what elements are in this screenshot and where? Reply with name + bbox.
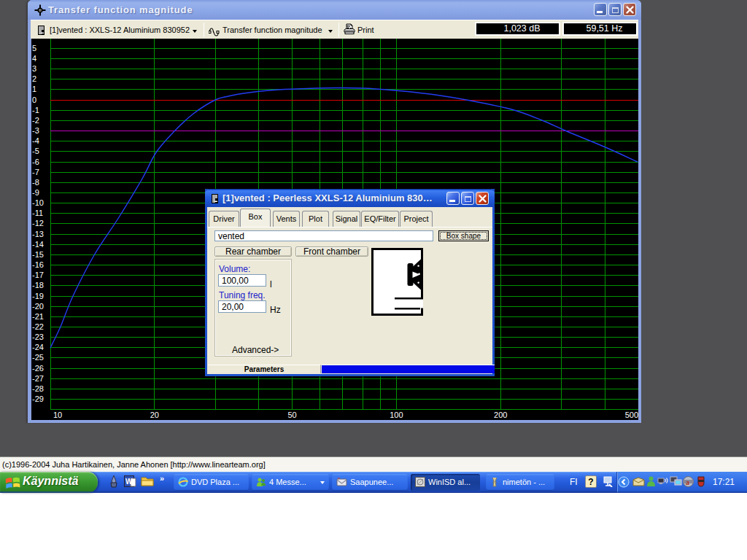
svg-text:-11: -11 [32, 209, 43, 217]
svg-text:2: 2 [32, 74, 36, 83]
svg-text:-12: -12 [32, 219, 44, 228]
svg-text:-13: -13 [32, 230, 44, 238]
svg-text:10: 10 [53, 411, 62, 419]
svg-text:-25: -25 [32, 353, 44, 362]
svg-text:-29: -29 [32, 394, 44, 403]
svg-text:500: 500 [625, 411, 638, 419]
svg-text:-9: -9 [32, 188, 39, 197]
svg-text:-15: -15 [32, 250, 44, 259]
svg-text:-4: -4 [32, 136, 39, 145]
svg-text:-14: -14 [32, 240, 44, 249]
svg-text:-27: -27 [32, 374, 44, 383]
svg-text:3: 3 [32, 64, 36, 73]
svg-text:a: a [686, 478, 689, 486]
svg-text:-24: -24 [32, 343, 44, 351]
svg-text:50: 50 [287, 411, 296, 419]
svg-text:-26: -26 [32, 364, 44, 373]
svg-text:-6: -6 [32, 158, 39, 166]
svg-text:-28: -28 [32, 384, 44, 393]
svg-text:-8: -8 [32, 178, 39, 187]
svg-text:5: 5 [32, 44, 36, 52]
svg-text:0: 0 [32, 96, 36, 104]
svg-text:4: 4 [32, 54, 36, 63]
svg-text:W: W [125, 478, 133, 486]
svg-text:-5: -5 [32, 147, 39, 155]
svg-text:-17: -17 [32, 271, 44, 279]
svg-text:20: 20 [150, 411, 159, 419]
svg-text:-22: -22 [32, 322, 44, 331]
svg-text:-2: -2 [32, 116, 39, 125]
svg-text:-21: -21 [32, 312, 44, 321]
svg-text:-23: -23 [32, 332, 44, 341]
svg-text:-18: -18 [32, 281, 44, 289]
svg-text:-1: -1 [32, 106, 39, 114]
svg-text:100: 100 [390, 411, 403, 419]
svg-text:200: 200 [494, 411, 507, 419]
svg-text:-20: -20 [32, 302, 44, 311]
svg-text:-10: -10 [32, 198, 44, 207]
svg-text:1: 1 [32, 85, 36, 93]
svg-text:-19: -19 [32, 292, 44, 300]
svg-text:-7: -7 [32, 168, 39, 176]
svg-text:-3: -3 [32, 126, 39, 135]
svg-text:-16: -16 [32, 260, 44, 269]
